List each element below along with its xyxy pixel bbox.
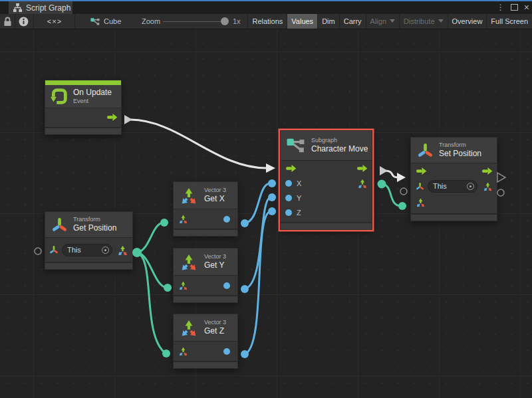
- dim-button[interactable]: Dim: [317, 14, 339, 29]
- this-field-value: This: [433, 182, 467, 190]
- distribute-button[interactable]: Distribute: [399, 14, 447, 29]
- vector3-input-port[interactable]: [416, 197, 426, 207]
- node-get-x[interactable]: Vector 3 Get X: [173, 181, 238, 237]
- node-subtitle: Transform: [439, 142, 481, 149]
- vector3-input-port[interactable]: [178, 214, 188, 224]
- window-tab-bar: Script Graph ⋮ ×: [0, 0, 532, 15]
- toolbar-buttons: Relations Values Dim Carry Align Distrib…: [247, 14, 532, 29]
- port-label-x: X: [297, 179, 301, 187]
- node-subtitle: Event: [73, 98, 112, 105]
- object-picker-icon[interactable]: [102, 247, 109, 254]
- relations-button[interactable]: Relations: [247, 14, 287, 29]
- value-input-port-y[interactable]: [285, 195, 292, 201]
- align-button[interactable]: Align: [366, 14, 399, 29]
- script-graph-icon: [13, 3, 23, 13]
- node-subtitle: Transform: [73, 216, 116, 223]
- float-output-port[interactable]: [223, 216, 230, 223]
- subgraph-icon: [287, 138, 305, 153]
- node-title: Set Position: [439, 149, 481, 159]
- fullscreen-button[interactable]: Full Screen: [486, 14, 532, 29]
- window-focus-line: [0, 0, 532, 1]
- tab-script-graph[interactable]: Script Graph: [9, 1, 72, 14]
- node-get-z[interactable]: Vector 3 Get Z: [173, 314, 238, 369]
- flow-input-port[interactable]: [285, 164, 297, 173]
- value-input-port-x[interactable]: [285, 180, 292, 187]
- lock-icon[interactable]: [2, 16, 13, 27]
- node-title: Get Position: [73, 223, 116, 233]
- zoom-label: Zoom: [142, 14, 160, 29]
- carry-button[interactable]: Carry: [339, 14, 366, 29]
- node-title: Get Y: [204, 260, 226, 270]
- node-title: On Update: [73, 88, 112, 98]
- vector3-icon: [180, 318, 198, 337]
- loop-event-icon: [51, 88, 68, 105]
- node-title: Get Z: [204, 326, 226, 336]
- flow-output-port[interactable]: [106, 113, 118, 122]
- vector3-icon: [180, 252, 198, 271]
- node-set-position[interactable]: Transform Set Position This: [410, 137, 497, 221]
- transform-input-port[interactable]: [416, 182, 424, 191]
- vector3-input-port[interactable]: [178, 280, 188, 290]
- float-output-port[interactable]: [223, 348, 230, 355]
- graph-owner-label: Cube: [104, 17, 121, 25]
- code-preview-button[interactable]: <×>: [40, 14, 69, 29]
- node-character-move[interactable]: Subgraph Character Move X Y Z: [280, 130, 372, 230]
- node-subtitle: Subgraph: [311, 137, 368, 144]
- object-picker-icon[interactable]: [467, 183, 474, 190]
- window-menu-icon[interactable]: ⋮: [497, 1, 505, 13]
- vector3-input-port[interactable]: [178, 346, 188, 356]
- this-field-value: This: [67, 246, 102, 254]
- this-object-field[interactable]: This: [62, 244, 112, 256]
- graph-toolbar: <×> Cube Zoom 1x Relations Values Dim Ca…: [0, 14, 532, 29]
- window-maximize-icon[interactable]: [511, 4, 518, 11]
- vector3-output-port[interactable]: [117, 245, 128, 256]
- node-on-update[interactable]: On Update Event: [45, 80, 122, 135]
- flow-output-port[interactable]: [356, 164, 368, 173]
- overview-button[interactable]: Overview: [448, 14, 487, 29]
- this-object-field[interactable]: This: [428, 180, 477, 193]
- info-icon[interactable]: [18, 16, 29, 27]
- graph-asset-icon: [90, 18, 100, 25]
- transform-input-port[interactable]: [49, 245, 59, 254]
- vector3-output-port[interactable]: [483, 181, 493, 191]
- float-output-port[interactable]: [223, 282, 230, 289]
- port-label-z: Z: [297, 209, 301, 217]
- tab-label: Script Graph: [26, 3, 70, 13]
- node-get-y[interactable]: Vector 3 Get Y: [173, 248, 238, 303]
- graph-owner-breadcrumb[interactable]: Cube: [90, 14, 121, 29]
- zoom-value: 1x: [233, 14, 241, 29]
- flow-output-port[interactable]: [481, 167, 493, 175]
- vector3-output-port[interactable]: [357, 178, 368, 189]
- node-title: Get X: [204, 194, 226, 204]
- node-subtitle: Vector 3: [204, 187, 226, 194]
- zoom-slider-knob[interactable]: [221, 17, 229, 25]
- vector3-icon: [180, 186, 198, 205]
- zoom-slider-track[interactable]: [163, 21, 221, 22]
- window-close-icon[interactable]: ×: [524, 1, 529, 13]
- transform-icon: [417, 142, 434, 159]
- node-title: Character Move: [311, 144, 368, 154]
- value-input-port-z[interactable]: [285, 209, 292, 216]
- node-subtitle: Vector 3: [204, 319, 226, 326]
- node-subtitle: Vector 3: [204, 253, 226, 260]
- values-button[interactable]: Values: [287, 14, 317, 29]
- event-color-bar: [45, 80, 121, 85]
- flow-input-port[interactable]: [416, 167, 427, 175]
- node-get-position[interactable]: Transform Get Position This: [45, 211, 133, 270]
- transform-icon: [51, 217, 68, 233]
- port-label-y: Y: [297, 194, 301, 202]
